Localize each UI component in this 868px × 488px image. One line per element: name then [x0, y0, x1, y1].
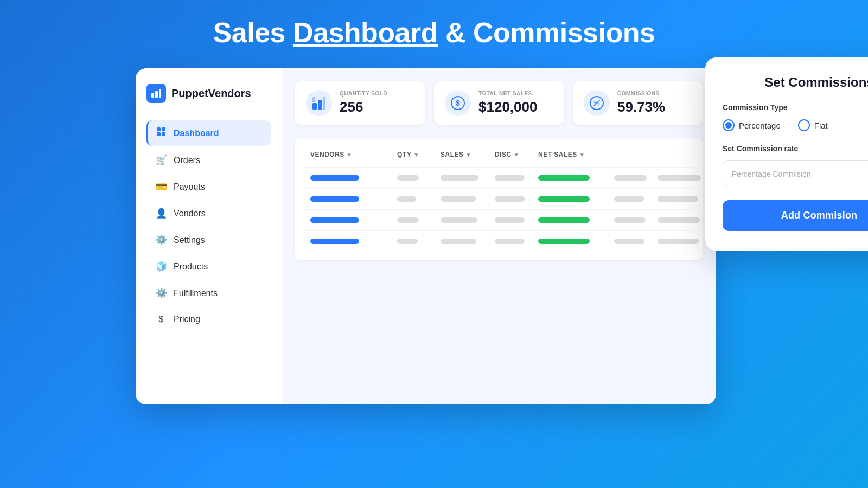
sidebar-item-dashboard[interactable]: Dashboard [146, 120, 271, 146]
svg-rect-8 [318, 100, 322, 110]
col-6 [614, 151, 658, 158]
sales-icon: $ [445, 90, 471, 116]
sidebar-label-vendors: Vendors [174, 209, 206, 219]
stats-row: QUANTITY SOLD 256 $ TOTAL NET SALES $120… [295, 81, 703, 125]
svg-rect-2 [159, 89, 161, 98]
app-logo-icon [146, 84, 166, 103]
sales-label: TOTAL NET SALES [478, 91, 537, 97]
sales-sort-icon: ▼ [466, 152, 471, 158]
qty-value: 256 [340, 99, 387, 115]
col-net-sales[interactable]: NET SALES ▼ [538, 151, 614, 158]
pricing-icon: $ [155, 314, 167, 325]
sidebar-label-settings: Settings [174, 235, 205, 245]
table-row [304, 188, 694, 209]
stat-qty-info: QUANTITY SOLD 256 [340, 91, 387, 115]
flat-radio-circle[interactable] [798, 119, 810, 131]
sidebar-item-payouts[interactable]: 💳 Payouts [146, 175, 271, 199]
sidebar: PuppetVendors Dashboard 🛒 Orders [136, 68, 282, 404]
fulfillments-icon: ⚙️ [155, 287, 167, 299]
svg-rect-9 [323, 97, 326, 110]
stat-sales-info: TOTAL NET SALES $120,000 [478, 91, 537, 115]
col-disc[interactable]: DISC ▼ [495, 151, 538, 158]
title-highlight: Dashboard [293, 17, 438, 48]
commission-rate-field[interactable]: Percentage Commision 30% ⬍ [723, 160, 868, 187]
stat-commissions-info: COMMISSIONS 59.73% [617, 91, 665, 115]
commissions-panel: Set Commissions Commission Type Percenta… [705, 57, 868, 251]
svg-text:$: $ [456, 99, 460, 107]
commissions-value: 59.73% [617, 99, 665, 115]
svg-rect-1 [155, 91, 158, 98]
data-table: VENDORS ▼ QTY ▼ SALES ▼ DISC ▼ [295, 138, 703, 260]
table-row [304, 209, 694, 230]
app-name: PuppetVendors [171, 87, 251, 100]
vendors-icon: 👤 [155, 208, 167, 219]
dashboard-icon [155, 127, 167, 139]
sidebar-label-orders: Orders [174, 156, 200, 165]
stat-card-commissions: % COMMISSIONS 59.73% [573, 81, 703, 125]
table-row [304, 230, 694, 252]
percentage-label: Percentage [739, 121, 781, 130]
page-title: Sales Dashboard & Commissions [213, 16, 655, 49]
app-window: PuppetVendors Dashboard 🛒 Orders [136, 68, 716, 404]
radio-flat[interactable]: Flat [798, 119, 828, 131]
sidebar-item-pricing[interactable]: $ Pricing [146, 307, 271, 331]
sidebar-label-dashboard: Dashboard [174, 129, 219, 138]
svg-rect-5 [157, 132, 161, 136]
vendors-sort-icon: ▼ [347, 152, 352, 158]
rate-label: Set Commission rate [723, 144, 868, 153]
commissions-label: COMMISSIONS [617, 91, 665, 97]
svg-rect-7 [312, 103, 317, 110]
panel-title: Set Commissions [723, 75, 868, 90]
sidebar-item-settings[interactable]: ⚙️ Settings [146, 228, 271, 252]
sidebar-item-vendors[interactable]: 👤 Vendors [146, 201, 271, 226]
products-icon: 🧊 [155, 261, 167, 272]
settings-icon: ⚙️ [155, 234, 167, 246]
sales-value: $120,000 [478, 99, 537, 115]
rate-placeholder: Percentage Commision [732, 170, 811, 178]
sidebar-label-pricing: Pricing [174, 314, 200, 324]
flat-label: Flat [814, 121, 828, 130]
net-sales-sort-icon: ▼ [579, 152, 585, 158]
qty-sort-icon: ▼ [413, 152, 419, 158]
table-header: VENDORS ▼ QTY ▼ SALES ▼ DISC ▼ [304, 146, 694, 163]
commissions-stat-icon: % [584, 90, 610, 116]
percentage-radio-circle[interactable] [723, 119, 735, 131]
svg-rect-6 [162, 132, 165, 136]
commission-type-label: Commission Type [723, 103, 868, 112]
svg-rect-4 [162, 127, 165, 131]
qty-label: QUANTITY SOLD [340, 91, 387, 97]
sidebar-item-fulfillments[interactable]: ⚙️ Fulfillments [146, 281, 271, 305]
disc-sort-icon: ▼ [514, 152, 519, 158]
stat-card-sales: $ TOTAL NET SALES $120,000 [434, 81, 564, 125]
col-7 [658, 151, 712, 158]
qty-icon [306, 90, 332, 116]
svg-rect-0 [151, 93, 154, 98]
main-container: PuppetVendors Dashboard 🛒 Orders [136, 68, 732, 404]
sidebar-item-orders[interactable]: 🛒 Orders [146, 148, 271, 172]
radio-percentage[interactable]: Percentage [723, 119, 781, 131]
logo-row: PuppetVendors [146, 84, 271, 103]
main-content: QUANTITY SOLD 256 $ TOTAL NET SALES $120… [282, 68, 716, 404]
sidebar-label-payouts: Payouts [174, 182, 205, 192]
col-qty[interactable]: QTY ▼ [397, 151, 441, 158]
stat-card-qty: QUANTITY SOLD 256 [295, 81, 425, 125]
table-row [304, 167, 694, 188]
add-commission-button[interactable]: Add Commision [723, 200, 868, 231]
sidebar-label-products: Products [174, 262, 208, 272]
svg-rect-10 [312, 97, 315, 102]
commission-type-group: Percentage Flat [723, 119, 868, 131]
svg-rect-3 [157, 127, 161, 131]
sidebar-item-products[interactable]: 🧊 Products [146, 254, 271, 279]
col-sales[interactable]: SALES ▼ [441, 151, 495, 158]
sidebar-label-fulfillments: Fulfillments [174, 288, 218, 298]
payouts-icon: 💳 [155, 181, 167, 192]
orders-icon: 🛒 [155, 155, 167, 166]
col-vendors[interactable]: VENDORS ▼ [310, 151, 397, 158]
